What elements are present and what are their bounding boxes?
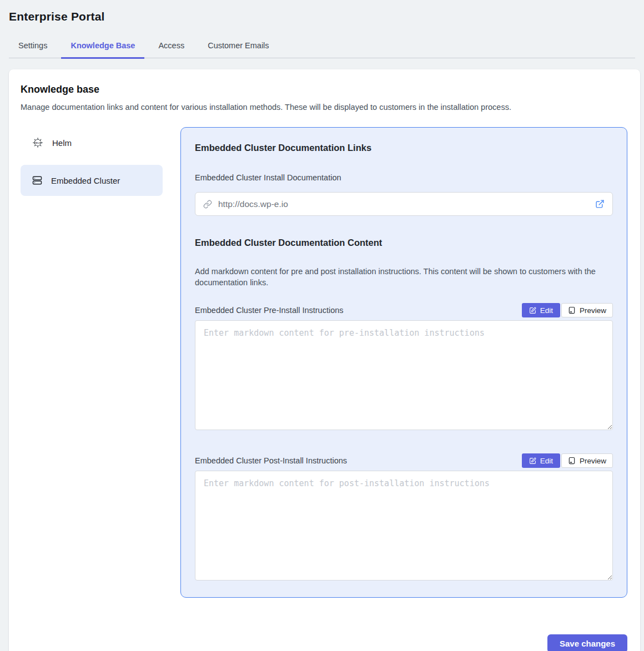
save-row: Save changes [21,634,627,651]
helm-logo-icon: HELM [32,137,43,148]
install-doc-label: Embedded Cluster Install Documentation [195,173,613,182]
post-install-textarea[interactable] [195,471,613,581]
tab-customer-emails[interactable]: Customer Emails [198,37,278,59]
save-changes-button[interactable]: Save changes [547,634,627,651]
tab-knowledge-base[interactable]: Knowledge Base [61,37,144,59]
content-section-heading: Embedded Cluster Documentation Content [195,238,613,248]
link-icon [203,200,212,209]
install-method-nav: HELM Helm Embedded Cluster [21,127,163,203]
pre-install-label: Embedded Cluster Pre-Install Instruction… [195,306,344,315]
post-install-editor-toggle: Edit Preview [522,453,613,468]
install-doc-input[interactable] [217,199,590,210]
sidebar-item-helm[interactable]: HELM Helm [21,127,163,158]
page-title: Enterprise Portal [9,10,635,23]
links-section-heading: Embedded Cluster Documentation Links [195,143,613,153]
post-install-label: Embedded Cluster Post-Install Instructio… [195,456,347,465]
svg-text:HELM: HELM [34,142,41,144]
preview-button-label: Preview [580,457,606,465]
pencil-square-icon [529,457,536,465]
tab-settings[interactable]: Settings [9,37,57,59]
card-description: Manage documentation links and content f… [21,103,627,112]
edit-button[interactable]: Edit [522,303,560,317]
page-header: Enterprise Portal Settings Knowledge Bas… [0,0,644,58]
install-doc-input-wrap [195,192,613,216]
pre-install-textarea[interactable] [195,320,613,430]
pre-install-editor-toggle: Edit Preview [522,303,613,317]
embedded-cluster-panel: Embedded Cluster Documentation Links Emb… [180,127,627,598]
edit-button-label: Edit [540,457,553,465]
book-icon [568,457,576,465]
tab-access[interactable]: Access [149,37,194,59]
preview-button[interactable]: Preview [561,453,613,468]
preview-button-label: Preview [580,306,606,315]
sidebar-item-label: Helm [52,138,72,148]
tab-bar: Settings Knowledge Base Access Customer … [9,37,635,58]
pencil-square-icon [529,307,536,314]
book-icon [568,306,576,314]
content-row: HELM Helm Embedded Cluster Embedde [21,127,627,598]
server-stack-icon [32,175,42,185]
external-link-icon[interactable] [595,199,605,209]
sidebar-item-label: Embedded Cluster [51,176,120,185]
preview-button[interactable]: Preview [561,303,613,317]
knowledge-base-card: Knowledge base Manage documentation link… [9,69,640,651]
edit-button-label: Edit [540,306,553,315]
card-heading: Knowledge base [21,84,627,95]
post-install-label-row: Embedded Cluster Post-Install Instructio… [195,453,613,468]
pre-install-label-row: Embedded Cluster Pre-Install Instruction… [195,303,613,317]
sidebar-item-embedded-cluster[interactable]: Embedded Cluster [21,165,163,196]
content-section-description: Add markdown content for pre and post in… [195,266,613,288]
edit-button[interactable]: Edit [522,453,560,468]
